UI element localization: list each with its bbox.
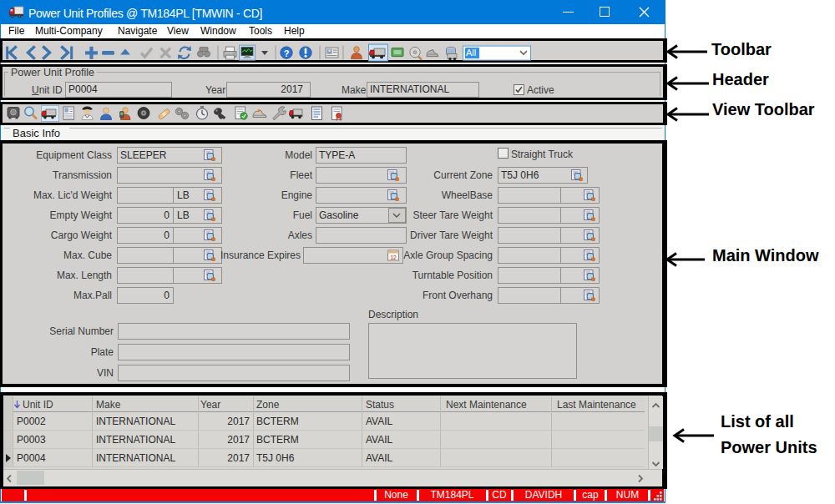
svg-text:All: All bbox=[466, 48, 476, 58]
svg-text:?: ? bbox=[284, 48, 290, 58]
